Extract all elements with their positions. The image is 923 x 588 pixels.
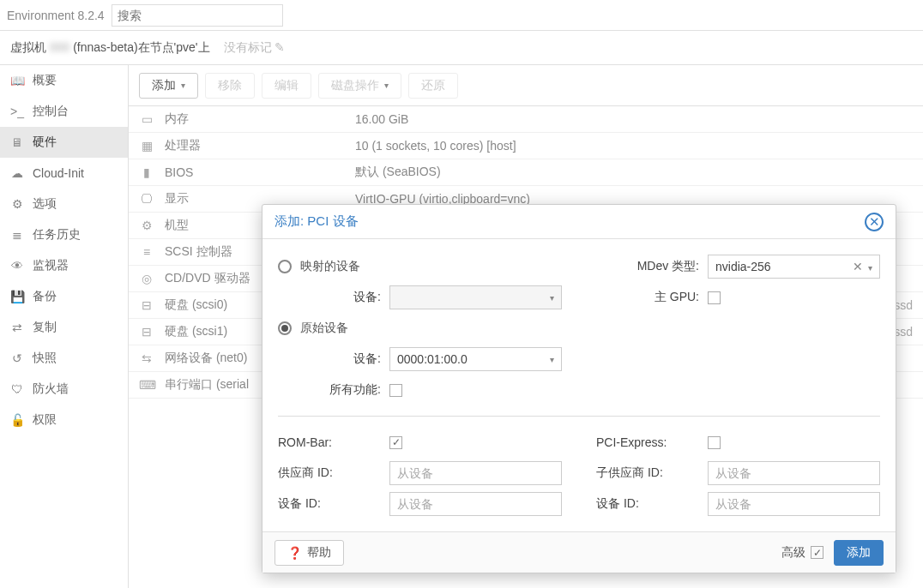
hw-icon: ◎ — [139, 272, 154, 285]
edit-button: 编辑 — [262, 73, 311, 99]
primary-gpu-checkbox[interactable] — [708, 291, 721, 304]
hw-value: 16.00 GiB — [355, 112, 913, 126]
deviceid-label: 设备 ID: — [278, 496, 381, 512]
sidebar-icon: 🛡 — [10, 382, 24, 396]
sidebar-icon: 🖥 — [10, 135, 24, 149]
subvendor-input[interactable] — [708, 461, 880, 485]
submit-button[interactable]: 添加 — [834, 540, 884, 566]
raw-device-label: 设备: — [278, 351, 381, 367]
rombar-checkbox[interactable]: ✓ — [389, 436, 402, 449]
radio-raw-label: 原始设备 — [300, 321, 348, 336]
hw-row[interactable]: ▦处理器10 (1 sockets, 10 cores) [host] — [129, 133, 923, 159]
revert-button: 还原 — [408, 73, 458, 99]
device-combo-disabled: ▾ — [389, 285, 562, 309]
sidebar-label: 备份 — [33, 289, 57, 304]
modal-title: 添加: PCI 设备 — [274, 213, 359, 230]
add-button[interactable]: 添加▾ — [139, 73, 198, 99]
radio-raw[interactable] — [278, 321, 292, 335]
hw-tail: ssd — [894, 325, 913, 339]
mdev-label: MDev 类型: — [596, 259, 699, 274]
mdev-combo[interactable]: nvidia-256 ✕▾ — [708, 255, 880, 279]
subvendor-label: 子供应商 ID: — [596, 465, 699, 481]
sidebar-item-Cloud-Init[interactable]: ☁Cloud-Init — [0, 158, 128, 189]
add-pci-modal: 添加: PCI 设备 ✕ 映射的设备 设备: ▾ 原始设备 设备: — [262, 204, 896, 573]
sidebar-item-权限[interactable]: 🔓权限 — [0, 405, 128, 435]
sidebar-label: 选项 — [33, 196, 57, 212]
hw-label: 处理器 — [165, 138, 345, 153]
hw-icon: ▭ — [139, 112, 154, 126]
raw-device-combo[interactable]: 0000:01:00.0▾ — [389, 347, 562, 371]
sidebar-label: 快照 — [33, 351, 57, 366]
advanced-toggle[interactable]: 高级✓ — [781, 545, 823, 561]
breadcrumb: 虚拟机 000 (fnnas-beta)在节点'pve'上 — [10, 40, 210, 56]
hw-icon: ≡ — [139, 245, 154, 259]
vendor-input[interactable] — [389, 461, 562, 485]
pcie-label: PCI-Express: — [596, 435, 699, 449]
help-icon: ❓ — [287, 546, 302, 560]
sidebar-item-复制[interactable]: ⇄复制 — [0, 312, 128, 343]
deviceid-input[interactable] — [389, 492, 562, 516]
pcie-checkbox[interactable] — [708, 436, 721, 449]
rombar-label: ROM-Bar: — [278, 435, 381, 449]
sidebar-label: 控制台 — [33, 104, 69, 119]
subdevice-label: 设备 ID: — [596, 496, 699, 512]
tags-empty[interactable]: 没有标记 ✎ — [224, 40, 286, 56]
hw-tail: ssd — [894, 298, 913, 312]
disk-action-button: 磁盘操作▾ — [318, 73, 401, 99]
radio-mapped[interactable] — [278, 260, 292, 273]
sidebar-icon: 🔓 — [10, 413, 24, 427]
hw-label: BIOS — [165, 165, 345, 179]
clear-icon[interactable]: ✕ — [853, 260, 863, 273]
sidebar-item-任务历史[interactable]: ≣任务历史 — [0, 219, 128, 250]
chevron-down-icon[interactable]: ▾ — [868, 263, 872, 273]
sidebar-label: 硬件 — [33, 135, 57, 150]
sidebar-icon: ↺ — [10, 351, 24, 365]
sidebar-label: Cloud-Init — [33, 166, 84, 180]
primary-gpu-label: 主 GPU: — [596, 290, 699, 305]
sidebar-icon: >_ — [10, 105, 24, 118]
sidebar-item-快照[interactable]: ↺快照 — [0, 343, 128, 374]
sidebar-item-监视器[interactable]: 👁监视器 — [0, 250, 128, 281]
device-label: 设备: — [278, 290, 381, 305]
hw-icon: ▮ — [139, 165, 154, 179]
remove-button: 移除 — [205, 73, 255, 99]
close-icon[interactable]: ✕ — [865, 213, 884, 231]
sidebar-icon: ☁ — [10, 166, 24, 180]
sidebar-icon: 👁 — [10, 259, 24, 273]
sidebar-item-选项[interactable]: ⚙选项 — [0, 189, 128, 219]
sidebar-icon: 💾 — [10, 290, 24, 303]
sidebar-item-防火墙[interactable]: 🛡防火墙 — [0, 374, 128, 405]
sidebar-label: 复制 — [33, 320, 57, 335]
sidebar-label: 防火墙 — [33, 381, 69, 397]
sidebar-item-硬件[interactable]: 🖥硬件 — [0, 127, 128, 158]
hw-icon: 🖵 — [139, 192, 154, 206]
search-input[interactable] — [112, 4, 283, 27]
chevron-down-icon: ▾ — [181, 81, 185, 90]
vendor-label: 供应商 ID: — [278, 465, 381, 481]
sidebar-icon: 📖 — [10, 74, 24, 87]
sidebar-item-备份[interactable]: 💾备份 — [0, 281, 128, 312]
help-button[interactable]: ❓帮助 — [274, 540, 344, 566]
sidebar-item-控制台[interactable]: >_控制台 — [0, 96, 128, 127]
hw-icon: ▦ — [139, 139, 154, 153]
all-fn-checkbox[interactable] — [389, 384, 402, 397]
sidebar-icon: ⇄ — [10, 321, 24, 334]
subdevice-input[interactable] — [708, 492, 880, 516]
sidebar-icon: ≣ — [10, 228, 24, 242]
sidebar-label: 权限 — [33, 412, 57, 428]
hw-value: 默认 (SeaBIOS) — [355, 165, 913, 180]
sidebar-item-概要[interactable]: 📖概要 — [0, 65, 128, 96]
hw-row[interactable]: ▮BIOS默认 (SeaBIOS) — [129, 159, 923, 186]
env-version: Environment 8.2.4 — [7, 9, 105, 22]
hw-row[interactable]: ▭内存16.00 GiB — [129, 106, 923, 133]
sidebar-label: 任务历史 — [33, 227, 81, 243]
hw-icon: ⚙ — [139, 219, 154, 232]
hw-icon: ⌨ — [139, 378, 154, 392]
hw-value: 10 (1 sockets, 10 cores) [host] — [355, 139, 913, 153]
sidebar-icon: ⚙ — [10, 197, 24, 211]
hw-icon: ⊟ — [139, 325, 154, 339]
radio-mapped-label: 映射的设备 — [300, 259, 360, 274]
sidebar-label: 监视器 — [33, 258, 69, 273]
edit-tags-icon[interactable]: ✎ — [274, 40, 285, 54]
sidebar-label: 概要 — [33, 73, 57, 88]
